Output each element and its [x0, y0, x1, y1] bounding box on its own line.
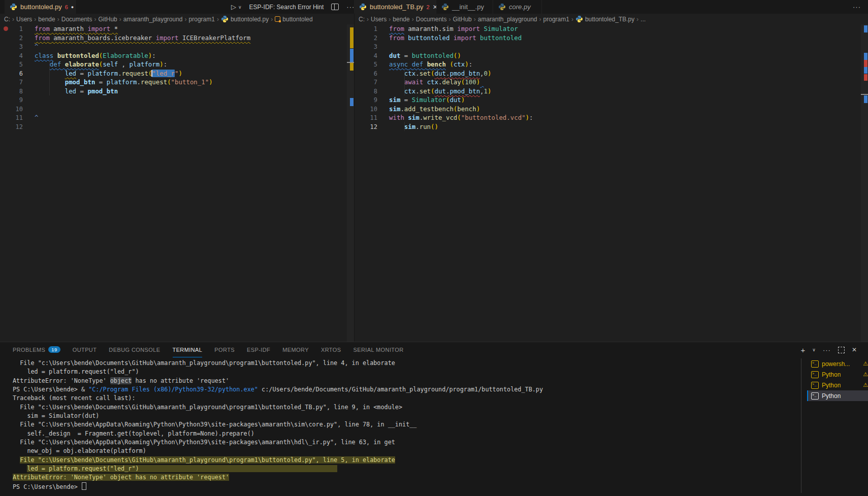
code-token: import — [156, 34, 179, 42]
terminal-list: powersh...⚠Python⚠Python⚠Python — [807, 358, 868, 401]
breadcrumb-item[interactable]: GitHub — [98, 16, 117, 23]
maximize-panel-icon[interactable] — [838, 347, 845, 353]
split-editor-icon[interactable] — [331, 4, 339, 10]
panel-tab-serial-monitor[interactable]: SERIAL MONITOR — [353, 343, 403, 357]
tab-buttontoled-py[interactable]: buttontoled.py 6 ● — [5, 0, 76, 14]
panel-tab-xrtos[interactable]: XRTOS — [321, 343, 341, 357]
breadcrumb-label: bende — [38, 16, 55, 23]
terminal-item-python[interactable]: Python — [807, 390, 868, 401]
terminal-item-powersh[interactable]: powersh...⚠ — [807, 358, 868, 369]
code-token: = — [95, 78, 106, 86]
code-token: = — [76, 87, 87, 95]
terminal-line: PS C:\Users\bende> & "C:/Program Files (… — [13, 385, 810, 394]
panel-tab-terminal[interactable]: TERMINAL — [173, 343, 203, 357]
code-token: set — [420, 70, 431, 77]
overview-ruler[interactable] — [861, 24, 868, 342]
panel-tab-ports[interactable]: PORTS — [214, 343, 235, 357]
breakpoint-icon[interactable] — [4, 26, 8, 31]
terminal-item-label: Python — [822, 371, 841, 378]
line-number: 9 — [0, 96, 23, 105]
code-line: 12 — [0, 122, 354, 131]
code-text: def elaborate(self , platform): — [23, 60, 167, 68]
code-line: 3 — [355, 42, 868, 51]
terminal-item-label: Python — [822, 382, 841, 389]
breadcrumb-item[interactable]: Documents — [61, 16, 92, 23]
breadcrumb-item[interactable]: program1 — [189, 16, 215, 23]
code-token: def — [412, 60, 423, 68]
code-token: "led_r — [152, 70, 175, 77]
line-number: 2 — [0, 34, 23, 43]
breadcrumb-item[interactable]: C: — [4, 16, 10, 23]
editor-split-sash[interactable] — [354, 14, 355, 342]
code-token: amaranth.sim — [404, 25, 457, 32]
code-token: amaranth — [50, 25, 88, 32]
code-line: 3^ — [0, 42, 354, 51]
terminal-token: Traceback (most recent call last): — [13, 394, 135, 402]
terminal-token: sim = Simulator(dut) — [13, 412, 99, 419]
breadcrumb-item[interactable]: Documents — [416, 16, 447, 23]
ruler-marker — [350, 98, 353, 106]
panel-tab-esp-idf[interactable]: ESP-IDF — [247, 343, 270, 357]
code-token: import — [87, 25, 110, 32]
new-terminal-button[interactable]: + — [801, 346, 806, 354]
panel-tab-memory[interactable]: MEMORY — [282, 343, 309, 357]
breadcrumb-item[interactable]: program1 — [543, 16, 569, 23]
breadcrumb-item[interactable]: ... — [640, 16, 646, 23]
breadcrumb-label: amaranth_playground — [123, 16, 183, 23]
breadcrumb-separator-icon: › — [57, 16, 60, 23]
breadcrumb-item[interactable]: bende — [393, 16, 409, 23]
code-token — [35, 60, 50, 68]
bottom-panel: PROBLEMS19OUTPUTDEBUG CONSOLETERMINALPOR… — [0, 342, 868, 496]
editor-more-actions-button[interactable]: ··· — [346, 3, 355, 11]
terminal-output[interactable]: File "c:\Users\bende\Documents\GitHub\am… — [0, 357, 810, 496]
tab-buttontoled-tb-py[interactable]: buttontoled_TB.py 2 ✕ — [354, 0, 436, 14]
python-file-icon — [359, 3, 367, 11]
terminal-list-divider[interactable] — [801, 358, 801, 493]
editor-group-more-actions-button[interactable]: ··· — [853, 3, 861, 11]
python-file-icon — [10, 3, 17, 11]
breadcrumb-item[interactable]: amaranth_playground — [478, 16, 537, 23]
breadcrumb-item[interactable]: bende — [38, 16, 55, 23]
breadcrumb-item[interactable]: amaranth_playground — [123, 16, 183, 23]
problems-count-badge: 19 — [48, 346, 60, 353]
run-button[interactable]: ▷ ∨ — [231, 3, 242, 11]
code-token: sim — [389, 105, 400, 113]
breadcrumb-item[interactable]: Users — [371, 16, 387, 23]
overview-ruler[interactable] — [347, 24, 354, 342]
tab-init-py[interactable]: __init__.py — [436, 0, 493, 14]
breadcrumb-item[interactable]: buttontoled — [275, 16, 312, 23]
tab-label: core.py — [509, 3, 531, 11]
panel-tab-problems[interactable]: PROBLEMS19 — [13, 343, 60, 357]
breadcrumb-item[interactable]: Users — [16, 16, 32, 23]
terminal-line: File "C:\Users\bende\AppData\Roaming\Pyt… — [13, 420, 810, 429]
code-token: request — [122, 70, 148, 77]
editor-left[interactable]: 1from amaranth import *2from amaranth_bo… — [0, 24, 354, 342]
panel-tab-debug-console[interactable]: DEBUG CONSOLE — [109, 343, 160, 357]
editor-right[interactable]: 1from amaranth.sim import Simulator2from… — [355, 24, 868, 342]
terminal-item-python[interactable]: Python⚠ — [807, 369, 868, 380]
close-panel-button[interactable]: ✕ — [852, 346, 857, 353]
terminal-line: led = platform.request("led_r") — [13, 465, 810, 473]
breadcrumb-separator-icon: › — [636, 16, 639, 23]
panel-tab-output[interactable]: OUTPUT — [73, 343, 97, 357]
panel-actions: + ∨ ··· ✕ — [801, 342, 857, 357]
code-token: = — [400, 52, 411, 59]
code-line: 9sim = Simulator(dut) — [355, 95, 868, 105]
code-token: ) — [476, 78, 480, 86]
code-token: = — [76, 70, 87, 77]
terminal-item-python[interactable]: Python⚠ — [807, 380, 868, 390]
code-line: 2from amaranth_boards.icebreaker import … — [0, 34, 354, 43]
terminal-token: PS C:\Users\bende> — [13, 483, 81, 490]
code-token: request — [141, 78, 167, 86]
breadcrumb-item[interactable]: GitHub — [453, 16, 471, 23]
breadcrumb-item[interactable]: C: — [359, 16, 365, 23]
code-token: pmod_btn — [449, 87, 480, 95]
python-file-icon — [575, 15, 583, 23]
panel-more-actions-button[interactable]: ··· — [823, 346, 831, 354]
breadcrumb-item[interactable]: buttontoled_TB.py — [575, 15, 634, 23]
breadcrumb-item[interactable]: buttontoled.py — [221, 15, 269, 23]
tab-core-py[interactable]: core.py — [493, 0, 542, 14]
espidf-search-error-hint-button[interactable]: ESP-IDF: Search Error Hint — [249, 4, 324, 11]
ruler-marker — [864, 25, 867, 32]
terminal-profile-dropdown-icon[interactable]: ∨ — [812, 347, 816, 352]
